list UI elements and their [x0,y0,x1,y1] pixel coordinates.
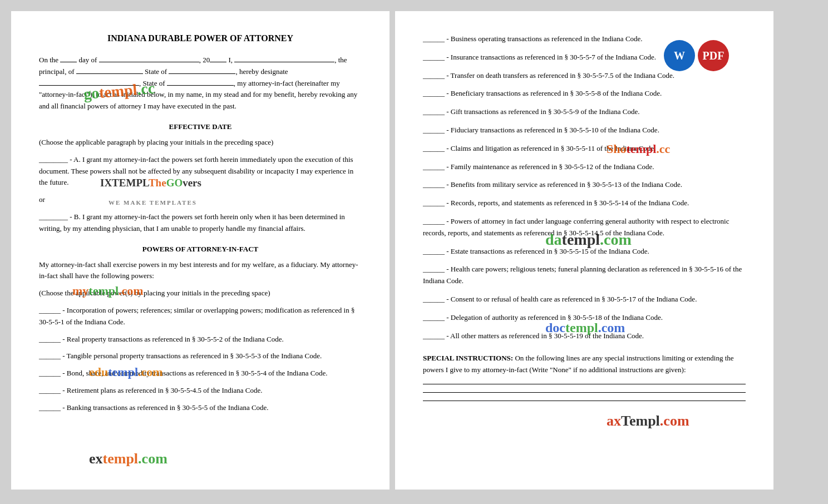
powers-item-left: ______ - Banking transactions as referen… [39,402,362,414]
option-a: ________ - A. I grant my attorney-in-fac… [39,154,362,189]
special-instructions-block: SPECIAL INSTRUCTIONS: On the following l… [423,353,746,376]
powers-item-left: ______ - Retirement plans as referenced … [39,385,362,397]
signature-line-3 [423,401,746,401]
powers-item-right: ______ - Family maintenance as reference… [423,161,746,173]
document-title: INDIANA DURABLE POWER OF ATTORNEY [39,33,362,43]
powers-item-right: ______ - Fiduciary transactions as refer… [423,125,746,136]
extempl-watermark: extempl.com [89,451,167,467]
powers-list-right: ______ - Business operating transactions… [423,33,746,342]
day-blank [60,62,77,62]
powers-choose: (Choose the applicable power(s) by placi… [39,288,362,299]
powers-item-right: ______ - Estate transactions as referenc… [423,246,746,258]
powers-item-right: ______ - Consent to or refusal of health… [423,294,746,305]
effective-date-title: EFFECTIVE DATE [39,122,362,131]
page-container: gotempl.cc IXTEMPLTheGOvers WE MAKE TEMP… [11,11,817,490]
powers-item-right: ______ - All other matters as referenced… [423,330,746,342]
powers-item-left: ______ - Real property transactions as r… [39,334,362,345]
powers-item-right: ______ - Gift transactions as referenced… [423,106,746,118]
powers-item-right: ______ - Health care powers; religious t… [423,264,746,287]
powers-item-right: ______ - Claims and litigation as refere… [423,143,746,155]
right-page: Shotempl.cc datempl.com doctempl.com axT… [395,11,773,490]
year-blank [210,62,226,62]
name-blank [234,62,334,62]
powers-item-right: ______ - Records, reports, and statement… [423,197,746,209]
powers-item-right: ______ - Beneficiary transactions as ref… [423,88,746,100]
w-badge: W [664,40,695,71]
address-blank [76,73,143,74]
special-instructions-label: SPECIAL INSTRUCTIONS: [423,354,513,362]
powers-item-right: ______ - Powers of attorney in fact unde… [423,216,746,239]
axtempl-watermark: axTempl.com [607,413,689,429]
effective-date-choose: (Choose the applicable paragraph by plac… [39,137,362,149]
agent-state-blank [167,85,234,86]
option-b: ________ - B. I grant my attorney-in-fac… [39,211,362,235]
intro-block: On the day of , 20 I, , the principal, o… [39,55,362,112]
powers-item-right: ______ - Delegation of authority as refe… [423,312,746,324]
powers-item-right: ______ - Benefits from military service … [423,179,746,191]
powers-item-left: ______ - Bond, share, and commodity tran… [39,368,362,379]
badge-container: W PDF [664,40,729,71]
powers-title: POWERS OF ATTORNEY-IN-FACT [39,245,362,254]
date-blank [99,62,199,62]
powers-item-left: ______ - Tangible personal property tran… [39,350,362,362]
signature-line-2 [423,392,746,393]
left-page: gotempl.cc IXTEMPLTheGOvers WE MAKE TEMP… [11,11,390,490]
pdf-badge: PDF [698,40,729,71]
powers-item-left: ______ - Incorporation of powers; refere… [39,305,362,328]
agent-blank [39,85,139,86]
or-text: or [39,194,362,206]
powers-item-right: ______ - Transfer on death transfers as … [423,70,746,82]
powers-list-left: ______ - Incorporation of powers; refere… [39,305,362,414]
powers-intro: My attorney-in-fact shall exercise power… [39,259,362,283]
signature-line-1 [423,384,746,384]
state-blank [169,73,235,74]
